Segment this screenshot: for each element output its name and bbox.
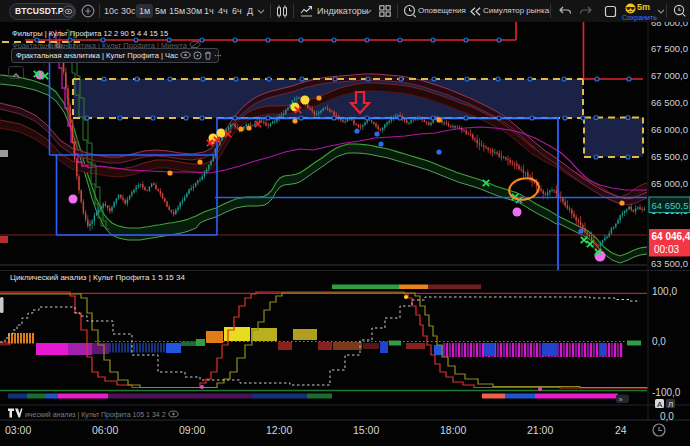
svg-text:18:00: 18:00	[440, 424, 466, 436]
svg-text:09:00: 09:00	[179, 424, 205, 436]
svg-text:0,0: 0,0	[652, 336, 666, 347]
svg-text:64 046,4: 64 046,4	[652, 231, 690, 242]
svg-text:Л: Л	[668, 400, 673, 409]
svg-text:64 650,5: 64 650,5	[652, 200, 689, 211]
svg-text:65 000,0: 65 000,0	[651, 178, 688, 189]
svg-text:-100,0: -100,0	[652, 387, 681, 398]
svg-text:А: А	[657, 400, 663, 409]
svg-text:63 500,0: 63 500,0	[651, 258, 688, 269]
svg-text:03:00: 03:00	[5, 424, 31, 436]
svg-text:65 500,0: 65 500,0	[651, 151, 688, 162]
svg-text:»: »	[619, 395, 623, 404]
svg-text:66 000,0: 66 000,0	[651, 124, 688, 135]
svg-text:06:00: 06:00	[92, 424, 118, 436]
svg-text:67 500,0: 67 500,0	[651, 43, 688, 54]
svg-text:24: 24	[615, 424, 627, 436]
svg-text:15:00: 15:00	[353, 424, 379, 436]
svg-text:00:03: 00:03	[654, 244, 679, 255]
svg-text:21:00: 21:00	[527, 424, 553, 436]
svg-text:66 500,0: 66 500,0	[651, 97, 688, 108]
svg-text:67 000,0: 67 000,0	[651, 70, 688, 81]
svg-text:0,0: 0,0	[660, 411, 674, 422]
svg-text:12:00: 12:00	[266, 424, 292, 436]
svg-text:100,0: 100,0	[652, 286, 677, 297]
